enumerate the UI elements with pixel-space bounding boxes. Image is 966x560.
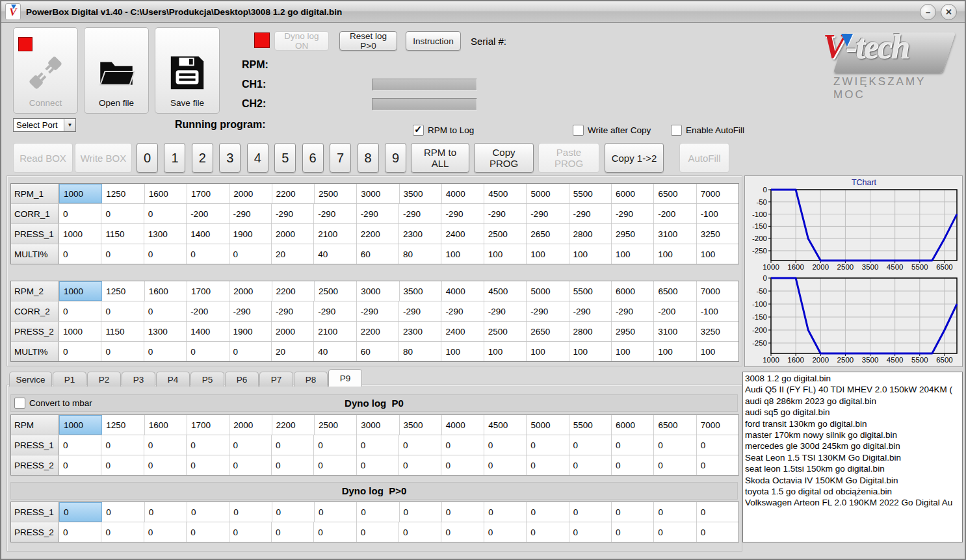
table-cell[interactable]: 0 [144,455,187,475]
table-cell[interactable]: 0 [357,502,399,522]
table-cell[interactable]: 1000 [59,415,102,435]
table-cell[interactable]: -290 [612,204,654,223]
tab-p9[interactable]: P9 [328,369,362,387]
table-cell[interactable]: 100 [484,244,527,264]
program-button-6[interactable]: 6 [302,143,324,173]
table-cell[interactable]: 2650 [527,322,569,341]
tab-p3[interactable]: P3 [122,372,155,387]
enable-autofill-checkbox[interactable]: Enable AutoFill [671,125,744,136]
table-cell[interactable]: 0 [612,502,654,522]
table-cell[interactable]: 1300 [144,224,187,244]
program-button-5[interactable]: 5 [274,143,296,173]
table-cell[interactable]: 2000 [229,415,272,435]
table-cell[interactable]: 4000 [442,281,484,301]
copy-prog-button[interactable]: Copy PROG [474,143,534,173]
table-cell[interactable]: 0 [569,502,612,522]
table-cell[interactable]: 0 [101,301,144,321]
table-cell[interactable]: 2200 [357,322,399,341]
autofill-button[interactable]: AutoFill [679,143,729,173]
read-box-button[interactable]: Read BOX [13,143,73,173]
table-cell[interactable]: 0 [484,435,527,455]
table-cell[interactable]: 1150 [101,322,144,341]
table-cell[interactable]: 2200 [272,281,315,301]
table-cell[interactable]: 80 [399,342,441,361]
table-cell[interactable]: 7000 [697,184,738,203]
table-cell[interactable]: 0 [654,455,696,475]
table-cell[interactable]: 1400 [187,224,229,244]
table-cell[interactable]: 0 [59,204,101,223]
table-cell[interactable]: 0 [59,502,102,522]
minimize-button[interactable]: – [920,4,936,20]
table-cell[interactable]: 0 [144,435,187,455]
table-cell[interactable]: 1600 [145,281,187,301]
select-port-dropdown[interactable]: Select Port ▼ [13,118,76,132]
rpm-to-all-button[interactable]: RPM to ALL [411,143,469,173]
table-cell[interactable]: 100 [441,244,484,264]
table-cell[interactable]: -290 [272,301,314,321]
table-cell[interactable]: 1700 [187,415,229,435]
table-cell[interactable]: 0 [484,455,527,475]
table-cell[interactable]: 2800 [569,224,612,244]
table-cell[interactable]: 0 [272,502,315,522]
file-list-item[interactable]: master 170km nowy silnik go digital.bin [743,429,962,440]
table-cell[interactable]: 0 [101,244,144,264]
table-cell[interactable]: 0 [144,522,187,542]
table-cell[interactable]: 0 [272,522,314,542]
checkbox-box[interactable] [671,125,682,136]
table-cell[interactable]: 0 [654,522,696,542]
table-cell[interactable]: 0 [612,455,654,475]
tab-p7[interactable]: P7 [259,372,293,387]
table-cell[interactable]: 0 [187,435,229,455]
tab-p5[interactable]: P5 [190,372,224,387]
table-cell[interactable]: -200 [654,204,696,223]
table-cell[interactable]: 1000 [59,184,102,203]
table-cell[interactable]: 2000 [272,224,314,244]
table-cell[interactable]: 60 [357,342,399,361]
table-cell[interactable]: 1600 [145,184,187,203]
table-cell[interactable]: 0 [314,455,356,475]
table-cell[interactable]: -290 [527,204,569,223]
table-cell[interactable]: 0 [314,522,356,542]
table-cell[interactable]: 2950 [612,224,654,244]
table-cell[interactable]: 7000 [697,281,738,301]
table-cell[interactable]: 0 [527,435,569,455]
checkbox-box[interactable] [573,125,584,136]
table-cell[interactable]: 6000 [612,281,654,301]
table-cell[interactable]: 60 [357,244,399,264]
close-button[interactable]: ✕ [941,4,957,20]
table-cell[interactable]: 6500 [654,415,696,435]
table-cell[interactable]: 1700 [187,281,229,301]
table-cell[interactable]: -100 [697,301,738,321]
table-cell[interactable]: 20 [272,342,314,361]
file-list-item[interactable]: audi sq5 go digital.bin [743,407,962,418]
table-cell[interactable]: 0 [654,435,696,455]
file-list-item[interactable]: 3008 1.2 go digital.bin [743,373,962,384]
write-after-copy-checkbox[interactable]: Write after Copy [573,125,651,136]
dyno-log-on-button[interactable]: Dyno log ON [274,31,329,51]
instruction-button[interactable]: Instruction [406,31,461,51]
open-file-button[interactable]: Open file [84,27,149,114]
table-cell[interactable]: 0 [59,455,101,475]
table-cell[interactable]: 40 [314,342,356,361]
file-list-item[interactable]: audi q8 286km 2023 go digital.bin [743,396,962,407]
table-cell[interactable]: 1000 [59,224,101,244]
table-cell[interactable]: -290 [399,301,441,321]
table-cell[interactable]: 100 [697,342,738,361]
write-box-button[interactable]: Write BOX [75,143,132,173]
table-cell[interactable]: 100 [612,342,654,361]
table-cell[interactable]: 0 [101,342,144,361]
table-cell[interactable]: 0 [527,455,569,475]
table-cell[interactable]: 2100 [314,322,356,341]
table-cell[interactable]: 0 [187,342,229,361]
table-cell[interactable]: -290 [441,301,484,321]
tab-p6[interactable]: P6 [225,372,259,387]
table-cell[interactable]: 0 [145,502,187,522]
table-cell[interactable]: 0 [697,435,738,455]
program-button-4[interactable]: 4 [247,143,268,173]
table-cell[interactable]: 0 [569,435,612,455]
table-cell[interactable]: 0 [144,342,187,361]
table-cell[interactable]: 2500 [484,322,527,341]
tab-service[interactable]: Service [9,372,52,387]
table-cell[interactable]: 0 [101,435,144,455]
table-cell[interactable]: 2800 [569,322,612,341]
